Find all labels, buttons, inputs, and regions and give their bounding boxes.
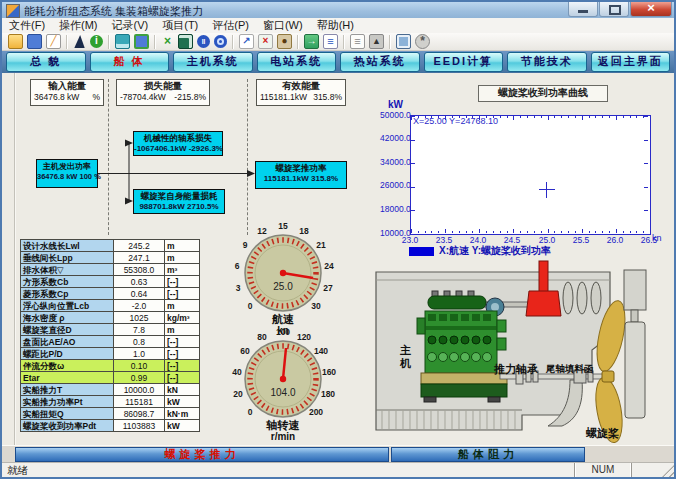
param-value[interactable]: 0.64 bbox=[114, 288, 165, 300]
nav-main-engine-system[interactable]: 主机系统 bbox=[173, 52, 253, 72]
gauge-tick: 0 bbox=[240, 301, 260, 311]
menu-project[interactable]: 项目(T) bbox=[155, 18, 205, 33]
nav-energy-saving[interactable]: 节能技术 bbox=[507, 52, 587, 72]
report-icon[interactable]: ● bbox=[277, 34, 292, 49]
nav-hull[interactable]: 船 体 bbox=[90, 52, 170, 72]
param-value[interactable]: 0.99 bbox=[114, 372, 165, 384]
param-value[interactable]: 0.8 bbox=[114, 336, 165, 348]
loss-energy-percent: -215.8% bbox=[174, 92, 206, 103]
nav-return-main[interactable]: 返回主界面 bbox=[591, 52, 671, 72]
window-list-icon[interactable]: ≡ bbox=[323, 34, 338, 49]
speed-gauge: 0 3 6 9 12 15 18 21 24 27 30 25.0 航速 kn bbox=[228, 228, 338, 338]
pause-icon[interactable]: ‖ bbox=[197, 35, 210, 48]
param-value[interactable]: 0.63 bbox=[114, 276, 165, 288]
main-content: 输入能量 36476.8 kW% 损失能量 -78704.4kW-215.8% … bbox=[2, 73, 674, 445]
edit-icon[interactable]: ╱ bbox=[46, 34, 61, 49]
nav-power-station-system[interactable]: 电站系统 bbox=[257, 52, 337, 72]
effective-energy-box: 有效能量 115181.1kW315.8% bbox=[256, 79, 346, 106]
ship-icon[interactable] bbox=[73, 35, 86, 48]
run-icon[interactable] bbox=[214, 35, 227, 48]
propeller-label: 螺旋桨 bbox=[586, 426, 619, 441]
table-row-highlight: 伴流分数ω0.10[--] bbox=[21, 360, 200, 372]
gauge-tick: 140 bbox=[311, 346, 331, 356]
shaft-loss-value: -1067406.1kW -2926.3% bbox=[134, 144, 222, 154]
maximize-button[interactable] bbox=[599, 2, 629, 17]
save-config-icon[interactable] bbox=[134, 34, 149, 49]
param-label: 浮心纵向位置Lcb bbox=[21, 300, 114, 312]
rpm-gauge-unit: r/min bbox=[233, 431, 333, 442]
nav-eedi-calc[interactable]: EEDI计算 bbox=[424, 52, 504, 72]
y-tick: 26000.0 bbox=[380, 180, 407, 190]
tab-hull-resistance[interactable]: 船体阻力 bbox=[391, 447, 585, 462]
minimize-button[interactable] bbox=[568, 2, 598, 17]
gauge-tick: 6 bbox=[227, 261, 247, 271]
gauge-tick: 21 bbox=[311, 240, 331, 250]
panel-icon[interactable] bbox=[115, 34, 130, 49]
param-label: 垂线间长Lpp bbox=[21, 252, 114, 264]
param-unit: kW bbox=[165, 420, 200, 432]
param-value[interactable]: 1103883 bbox=[114, 420, 165, 432]
menu-file[interactable]: 文件(F) bbox=[2, 18, 52, 33]
rpm-gauge-value: 104.0 bbox=[243, 387, 323, 398]
chart-plot-area[interactable] bbox=[410, 115, 651, 235]
param-unit: [--] bbox=[165, 288, 200, 300]
param-unit: m bbox=[165, 240, 200, 252]
menu-help[interactable]: 帮助(H) bbox=[310, 18, 361, 33]
curve-icon[interactable]: ↗ bbox=[239, 34, 254, 49]
import-icon[interactable]: → bbox=[304, 34, 319, 49]
document-icon[interactable]: ≡ bbox=[350, 34, 365, 49]
crosshair-marker bbox=[539, 189, 555, 190]
tab-propeller-thrust[interactable]: 螺旋桨推力 bbox=[15, 447, 389, 462]
prop-thrust-power-box: 螺旋桨推功率 115181.1kW 315.8% bbox=[255, 161, 347, 189]
param-value[interactable]: 245.2 bbox=[114, 240, 165, 252]
chart-icon[interactable] bbox=[178, 34, 193, 49]
open-icon[interactable] bbox=[8, 34, 23, 49]
param-value[interactable]: 0.10 bbox=[114, 360, 165, 372]
param-value[interactable]: 7.8 bbox=[114, 324, 165, 336]
nav-heat-station-system[interactable]: 热站系统 bbox=[340, 52, 420, 72]
table-row-highlight: Etar0.99[--] bbox=[21, 372, 200, 384]
gauge-tick: 15 bbox=[273, 221, 293, 231]
close-button[interactable] bbox=[630, 2, 672, 17]
application-window: 能耗分析组态系统 集装箱螺旋桨推力 文件(F) 操作(M) 记录(V) 项目(T… bbox=[0, 0, 676, 479]
info-icon[interactable]: i bbox=[90, 35, 103, 48]
resize-grip[interactable] bbox=[661, 465, 674, 478]
menu-window[interactable]: 窗口(W) bbox=[256, 18, 310, 33]
maximize-view-icon[interactable]: × bbox=[161, 35, 174, 48]
ship-schematic: 主机 推力轴承 尾轴填料函 螺旋桨 bbox=[370, 258, 670, 444]
menu-evaluate[interactable]: 评估(P) bbox=[205, 18, 256, 33]
menu-record[interactable]: 记录(V) bbox=[105, 18, 156, 33]
menu-bar: 文件(F) 操作(M) 记录(V) 项目(T) 评估(P) 窗口(W) 帮助(H… bbox=[2, 18, 674, 34]
gauge-tick: 40 bbox=[227, 367, 247, 377]
gauge-tick: 160 bbox=[319, 367, 339, 377]
save-icon[interactable] bbox=[27, 34, 42, 49]
param-unit: [--] bbox=[165, 276, 200, 288]
loss-energy-title: 损失能量 bbox=[117, 80, 209, 92]
engine-output-title: 主机发出功率 bbox=[37, 160, 97, 172]
user-icon[interactable]: ▲ bbox=[369, 34, 384, 49]
gauge-tick: 12 bbox=[252, 226, 272, 236]
param-value[interactable]: -2.0 bbox=[114, 300, 165, 312]
delete-chart-icon[interactable]: × bbox=[258, 34, 273, 49]
param-value[interactable]: 115181 bbox=[114, 396, 165, 408]
menu-operate[interactable]: 操作(M) bbox=[52, 18, 105, 33]
divider-dashed-1 bbox=[108, 79, 109, 235]
thrust-bearing-label: 推力轴承 bbox=[494, 362, 538, 377]
param-value[interactable]: 1025 bbox=[114, 312, 165, 324]
bottom-tab-bar: 螺旋桨推力 船体阻力 bbox=[2, 445, 674, 463]
param-label: 实船扭矩Q bbox=[21, 408, 114, 420]
funnel bbox=[526, 291, 561, 316]
crosshair-marker bbox=[546, 182, 547, 198]
settings-icon[interactable]: * bbox=[415, 34, 430, 49]
param-value[interactable]: 1.0 bbox=[114, 348, 165, 360]
param-value[interactable]: 55308.0 bbox=[114, 264, 165, 276]
param-value[interactable]: 10000.0 bbox=[114, 384, 165, 396]
param-unit: [--] bbox=[165, 360, 200, 372]
gauge-tick: 60 bbox=[235, 346, 255, 356]
status-bar: 就绪 NUM bbox=[2, 462, 674, 478]
image-icon[interactable] bbox=[396, 34, 411, 49]
param-value[interactable]: 86098.7 bbox=[114, 408, 165, 420]
power-curve-chart[interactable]: 螺旋桨收到功率曲线 kW 50000.0 42000.0 34000.0 260… bbox=[380, 85, 672, 265]
param-value[interactable]: 247.1 bbox=[114, 252, 165, 264]
nav-overview[interactable]: 总 貌 bbox=[6, 52, 86, 72]
